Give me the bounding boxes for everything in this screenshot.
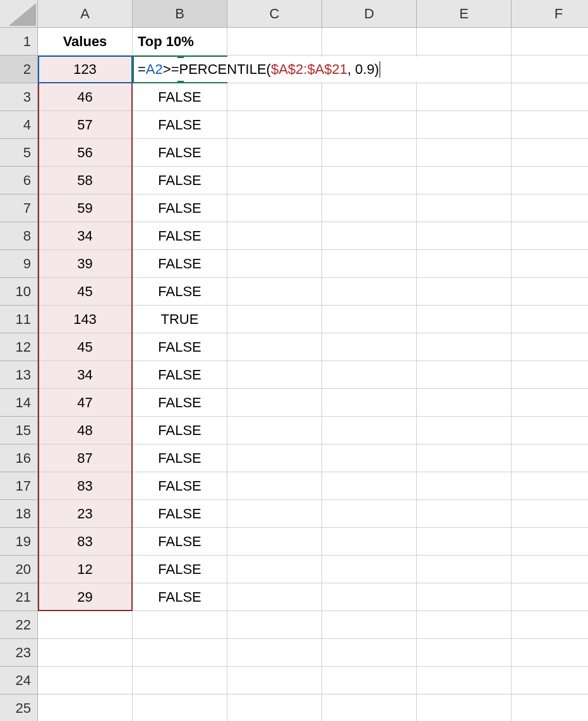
cell-d21[interactable]: [322, 583, 417, 611]
cell-c10[interactable]: [227, 278, 322, 306]
row-header-10[interactable]: 10: [0, 278, 38, 306]
row-header-5[interactable]: 5: [0, 139, 38, 167]
cell-c6[interactable]: [227, 167, 322, 194]
cell-c4[interactable]: [227, 111, 322, 139]
row-header-23[interactable]: 23: [0, 639, 38, 667]
cell-f12[interactable]: [512, 333, 588, 361]
row-header-18[interactable]: 18: [0, 500, 38, 528]
cell-a3[interactable]: 46: [38, 83, 133, 111]
cell-e4[interactable]: [417, 111, 512, 139]
cell-e22[interactable]: [417, 611, 512, 639]
cell-f1[interactable]: [512, 28, 588, 56]
row-header-13[interactable]: 13: [0, 361, 38, 389]
cell-e17[interactable]: [417, 472, 512, 500]
cell-f18[interactable]: [512, 500, 588, 528]
cell-d16[interactable]: [322, 444, 417, 472]
cell-c17[interactable]: [227, 472, 322, 500]
cell-d4[interactable]: [322, 111, 417, 139]
row-header-15[interactable]: 15: [0, 417, 38, 444]
cell-b13[interactable]: FALSE: [133, 361, 227, 389]
cell-a17[interactable]: 83: [38, 472, 133, 500]
row-header-2[interactable]: 2: [0, 56, 38, 83]
cell-b3[interactable]: FALSE: [133, 83, 227, 111]
cell-e2[interactable]: [417, 56, 512, 83]
cell-e10[interactable]: [417, 278, 512, 306]
cell-f14[interactable]: [512, 389, 588, 417]
cell-a19[interactable]: 83: [38, 528, 133, 556]
cell-d18[interactable]: [322, 500, 417, 528]
row-header-12[interactable]: 12: [0, 333, 38, 361]
cell-d10[interactable]: [322, 278, 417, 306]
cell-c5[interactable]: [227, 139, 322, 167]
cell-d9[interactable]: [322, 250, 417, 278]
cell-d17[interactable]: [322, 472, 417, 500]
cell-c20[interactable]: [227, 556, 322, 583]
cell-b14[interactable]: FALSE: [133, 389, 227, 417]
cell-e9[interactable]: [417, 250, 512, 278]
cell-f20[interactable]: [512, 556, 588, 583]
row-header-6[interactable]: 6: [0, 167, 38, 194]
cell-f22[interactable]: [512, 611, 588, 639]
cell-c8[interactable]: [227, 222, 322, 250]
row-header-9[interactable]: 9: [0, 250, 38, 278]
cell-f9[interactable]: [512, 250, 588, 278]
cell-f17[interactable]: [512, 472, 588, 500]
cell-f10[interactable]: [512, 278, 588, 306]
cell-b24[interactable]: [133, 667, 227, 694]
cell-f21[interactable]: [512, 583, 588, 611]
row-header-21[interactable]: 21: [0, 583, 38, 611]
row-header-17[interactable]: 17: [0, 472, 38, 500]
cell-b15[interactable]: FALSE: [133, 417, 227, 444]
cell-a5[interactable]: 56: [38, 139, 133, 167]
cell-e23[interactable]: [417, 639, 512, 667]
cell-c13[interactable]: [227, 361, 322, 389]
row-header-7[interactable]: 7: [0, 194, 38, 222]
cell-b20[interactable]: FALSE: [133, 556, 227, 583]
cell-f19[interactable]: [512, 528, 588, 556]
column-header-d[interactable]: D: [322, 0, 417, 28]
cell-d12[interactable]: [322, 333, 417, 361]
cell-c15[interactable]: [227, 417, 322, 444]
cell-e16[interactable]: [417, 444, 512, 472]
cell-b6[interactable]: FALSE: [133, 167, 227, 194]
cell-e8[interactable]: [417, 222, 512, 250]
row-header-22[interactable]: 22: [0, 611, 38, 639]
cell-d25[interactable]: [322, 694, 417, 721]
cell-e12[interactable]: [417, 333, 512, 361]
cell-f7[interactable]: [512, 194, 588, 222]
cell-f16[interactable]: [512, 444, 588, 472]
cell-f2[interactable]: [512, 56, 588, 83]
cell-f23[interactable]: [512, 639, 588, 667]
cell-a14[interactable]: 47: [38, 389, 133, 417]
cell-d22[interactable]: [322, 611, 417, 639]
cell-b11[interactable]: TRUE: [133, 306, 227, 333]
cell-c1[interactable]: [227, 28, 322, 56]
row-header-3[interactable]: 3: [0, 83, 38, 111]
cell-a9[interactable]: 39: [38, 250, 133, 278]
cell-f6[interactable]: [512, 167, 588, 194]
cell-c9[interactable]: [227, 250, 322, 278]
cell-a13[interactable]: 34: [38, 361, 133, 389]
row-header-8[interactable]: 8: [0, 222, 38, 250]
cell-e21[interactable]: [417, 583, 512, 611]
cell-b19[interactable]: FALSE: [133, 528, 227, 556]
select-all-corner[interactable]: [0, 0, 38, 28]
cell-a15[interactable]: 48: [38, 417, 133, 444]
cell-a18[interactable]: 23: [38, 500, 133, 528]
cell-c12[interactable]: [227, 333, 322, 361]
row-header-20[interactable]: 20: [0, 556, 38, 583]
cell-a25[interactable]: [38, 694, 133, 721]
cell-a11[interactable]: 143: [38, 306, 133, 333]
cell-a24[interactable]: [38, 667, 133, 694]
row-header-14[interactable]: 14: [0, 389, 38, 417]
column-header-e[interactable]: E: [417, 0, 512, 28]
cell-c14[interactable]: [227, 389, 322, 417]
cell-e7[interactable]: [417, 194, 512, 222]
cell-b23[interactable]: [133, 639, 227, 667]
cell-f8[interactable]: [512, 222, 588, 250]
cell-c18[interactable]: [227, 500, 322, 528]
cell-d5[interactable]: [322, 139, 417, 167]
spreadsheet-grid[interactable]: ABCDEF1ValuesTop 10%2123346FALSE457FALSE…: [0, 0, 588, 721]
cell-e13[interactable]: [417, 361, 512, 389]
cell-b12[interactable]: FALSE: [133, 333, 227, 361]
